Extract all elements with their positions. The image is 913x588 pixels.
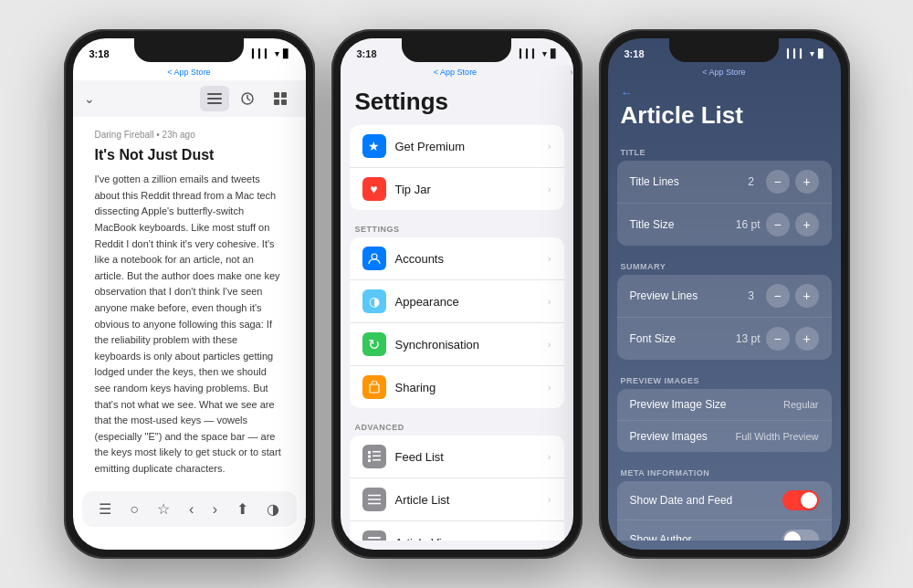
preview-images-label: Preview Images (630, 430, 708, 443)
signal-icon-2: ▎▎▎ (519, 49, 539, 58)
preview-lines-minus[interactable]: − (766, 284, 790, 308)
svg-rect-14 (368, 456, 371, 458)
phone-2: 3:18 ▎▎▎ ▾ ▊ < App Store › Settings (331, 29, 582, 559)
article-body: Daring Fireball • 23h ago It's Not Just … (82, 117, 297, 486)
meta-group: Show Date and Feed Show Author Show Feed… (617, 481, 832, 541)
preview-lines-stepper: 3 − + (742, 284, 819, 308)
list-view-btn[interactable] (200, 86, 229, 111)
tip-jar-label: Tip Jar (395, 183, 431, 196)
sharing-item[interactable]: Sharing › (350, 366, 564, 408)
title-group: Title Lines 2 − + Title Size 16 pt (617, 161, 832, 246)
font-size-value: 13 pt (736, 332, 761, 345)
prev-btn[interactable]: ‹ (189, 501, 194, 518)
svg-rect-0 (207, 93, 222, 95)
tip-jar-icon: ♥ (362, 177, 386, 201)
article-view-item[interactable]: Article View › (350, 521, 564, 541)
app-store-bar-2[interactable]: < App Store › (341, 66, 573, 80)
feed-list-label: Feed List (395, 450, 444, 464)
article-list-item[interactable]: Article List › (350, 478, 564, 521)
show-author-label: Show Author (630, 533, 692, 541)
phone-3: 3:18 ▎▎▎ ▾ ▊ < App Store ← Article List … (599, 29, 850, 559)
svg-rect-1 (207, 98, 222, 100)
article-list-header: ← Article List (608, 80, 841, 139)
unread-btn[interactable]: ○ (130, 501, 139, 518)
show-date-feed-label: Show Date and Feed (630, 494, 733, 507)
article-source: Daring Fireball • 23h ago (95, 128, 284, 142)
back-button[interactable]: ← (621, 86, 828, 100)
show-date-feed-toggle[interactable] (782, 490, 819, 510)
phone-1-screen: 3:18 ▎▎▎ ▾ ▊ < App Store ⌄ (73, 38, 306, 550)
sharing-icon (362, 375, 386, 399)
svg-rect-13 (373, 451, 381, 453)
accounts-item[interactable]: Accounts › (350, 237, 564, 280)
chevron-down-icon[interactable]: ⌄ (84, 91, 95, 106)
svg-rect-9 (281, 100, 287, 105)
title-lines-plus[interactable]: + (795, 170, 819, 194)
preview-images-row[interactable]: Preview Images Full Width Preview (617, 421, 832, 452)
title-lines-value: 2 (742, 175, 761, 188)
feed-list-item[interactable]: Feed List › (350, 436, 564, 478)
appearance-item[interactable]: ◑ Appearance › (350, 280, 564, 323)
premium-chevron: › (548, 141, 551, 152)
app-store-bar-3[interactable]: < App Store (608, 66, 841, 80)
svg-rect-17 (373, 459, 381, 461)
preview-images-group: Preview Image Size Regular Preview Image… (617, 389, 832, 452)
article-title: It's Not Just Dust (95, 146, 284, 165)
title-section-label: TITLE (608, 139, 841, 161)
article-view-label: Article View (395, 536, 457, 541)
settings-section-label: SETTINGS (341, 215, 573, 237)
settings-header: Settings (341, 80, 573, 125)
show-author-toggle[interactable] (782, 530, 819, 541)
svg-rect-2 (207, 102, 222, 104)
notch-2 (402, 38, 511, 62)
title-size-minus[interactable]: − (766, 213, 790, 236)
svg-rect-8 (274, 100, 279, 105)
tip-jar-item[interactable]: ♥ Tip Jar › (350, 168, 564, 210)
accounts-icon (362, 247, 386, 270)
favorite-btn[interactable]: ☆ (157, 500, 170, 518)
wifi-icon-3: ▾ (810, 49, 814, 58)
font-size-minus[interactable]: − (766, 327, 790, 351)
font-size-row: Font Size 13 pt − + (617, 318, 832, 360)
phone-3-content: ← Article List TITLE Title Lines 2 − + (608, 80, 841, 541)
meta-section-label: META INFORMATION (608, 459, 841, 481)
title-size-value: 16 pt (736, 218, 761, 231)
phone-1: 3:18 ▎▎▎ ▾ ▊ < App Store ⌄ (64, 29, 315, 559)
feed-list-icon (362, 445, 386, 468)
advanced-section-label: ADVANCED (341, 414, 573, 436)
preview-lines-label: Preview Lines (630, 289, 698, 302)
appearance-label: Appearance (395, 295, 459, 309)
settings-title: Settings (355, 88, 559, 116)
title-size-plus[interactable]: + (795, 213, 819, 236)
svg-rect-21 (368, 537, 381, 539)
title-lines-label: Title Lines (630, 175, 679, 188)
show-date-feed-row: Show Date and Feed (617, 481, 832, 520)
settings-list: ★ Get Premium › ♥ Tip Jar › (341, 125, 573, 541)
grid-view-btn[interactable] (266, 86, 295, 111)
synchronisation-item[interactable]: ↻ Synchronisation › (350, 323, 564, 366)
title-size-label: Title Size (630, 218, 675, 231)
share-btn[interactable]: ⬆ (236, 500, 248, 518)
article-view-icon (362, 530, 386, 541)
get-premium-item[interactable]: ★ Get Premium › (350, 125, 564, 168)
signal-icon: ▎▎▎ (252, 49, 271, 58)
title-size-stepper: 16 pt − + (736, 213, 819, 236)
premium-icon: ★ (362, 134, 386, 158)
title-lines-row: Title Lines 2 − + (617, 161, 832, 204)
battery-icon-2: ▊ (551, 49, 557, 58)
preview-lines-plus[interactable]: + (795, 284, 819, 308)
article-nav: ⌄ (73, 80, 306, 117)
time-3: 3:18 (624, 48, 645, 59)
preview-image-size-row[interactable]: Preview Image Size Regular (617, 389, 832, 421)
next-btn[interactable]: › (213, 501, 217, 518)
sidebar-btn[interactable]: ☰ (99, 500, 111, 518)
app-store-bar-1[interactable]: < App Store (73, 66, 306, 80)
clock-view-btn[interactable] (233, 86, 262, 111)
font-size-plus[interactable]: + (795, 327, 819, 351)
sync-icon: ↻ (362, 332, 386, 356)
title-lines-minus[interactable]: − (766, 170, 790, 194)
appearance-icon: ◑ (362, 289, 386, 313)
theme-btn[interactable]: ◑ (267, 500, 279, 518)
svg-rect-16 (368, 459, 371, 462)
synchronisation-label: Synchronisation (395, 338, 480, 352)
